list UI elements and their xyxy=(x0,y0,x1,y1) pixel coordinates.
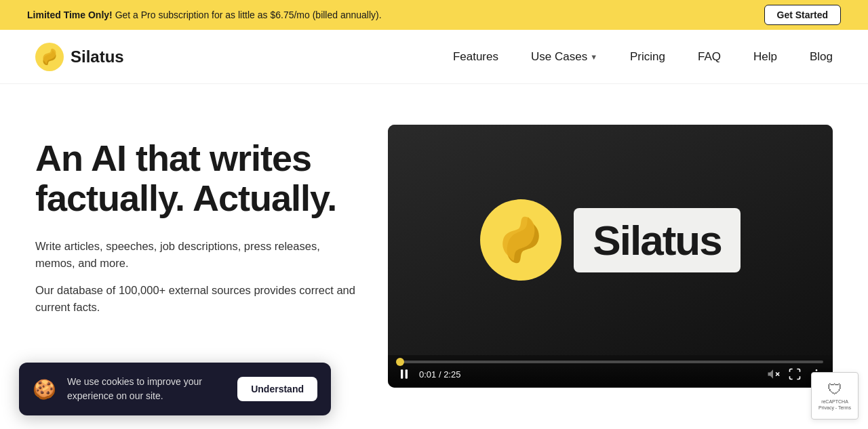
logo-wordmark: Silatus xyxy=(71,47,124,66)
banner-bold: Limited Time Only! xyxy=(27,9,113,20)
cookie-banner: 🍪 We use cookies to improve your experie… xyxy=(19,363,331,415)
nav-links: Features Use Cases ▼ Pricing FAQ Help Bl… xyxy=(453,50,833,64)
video-time-display: 0:01 / 2:25 xyxy=(419,369,460,380)
video-progress-bar[interactable] xyxy=(397,361,823,363)
video-wordmark-text: Silatus xyxy=(593,217,721,264)
recaptcha-icon: 🛡 xyxy=(827,381,842,399)
logo[interactable]: Silatus xyxy=(35,43,124,71)
hero-subtext-2: Our database of 100,000+ external source… xyxy=(35,282,361,316)
video-mute-button[interactable] xyxy=(766,367,780,381)
svg-point-6 xyxy=(816,369,818,371)
recaptcha-text: reCAPTCHAPrivacy - Terms xyxy=(818,399,851,411)
video-controls-bar: 0:01 / 2:25 xyxy=(388,355,833,388)
nav-link-help[interactable]: Help xyxy=(753,50,777,64)
mute-icon xyxy=(766,367,780,381)
cookie-icon: 🍪 xyxy=(33,378,56,401)
video-fullscreen-button[interactable] xyxy=(788,367,802,381)
cookie-text: We use cookies to improve your experienc… xyxy=(67,375,226,403)
use-cases-chevron-icon: ▼ xyxy=(590,53,597,61)
pause-icon xyxy=(397,367,411,381)
video-logo-container: Silatus xyxy=(480,199,740,281)
banner-text: Limited Time Only! Get a Pro subscriptio… xyxy=(27,9,382,20)
video-play-pause-button[interactable] xyxy=(397,367,411,381)
hero-subtext-1: Write articles, speeches, job descriptio… xyxy=(35,238,361,272)
nav-link-faq[interactable]: FAQ xyxy=(698,50,721,64)
recaptcha-badge: 🛡 reCAPTCHAPrivacy - Terms xyxy=(811,372,859,420)
video-logo-icon xyxy=(480,199,561,281)
fullscreen-icon xyxy=(788,367,802,381)
top-banner: Limited Time Only! Get a Pro subscriptio… xyxy=(0,0,868,30)
hero-section: An AI that writes factually. Actually. W… xyxy=(35,125,361,326)
logo-icon xyxy=(35,43,64,71)
nav-link-features[interactable]: Features xyxy=(453,50,498,64)
banner-message: Get a Pro subscription for as little as … xyxy=(113,9,382,20)
banner-get-started-button[interactable]: Get Started xyxy=(764,5,841,25)
understand-button[interactable]: Understand xyxy=(237,377,317,401)
svg-rect-2 xyxy=(401,369,403,378)
nav-link-blog[interactable]: Blog xyxy=(810,50,833,64)
video-wordmark-bg: Silatus xyxy=(574,208,740,272)
hero-headline: An AI that writes factually. Actually. xyxy=(35,138,361,219)
video-bottom-controls: 0:01 / 2:25 xyxy=(397,367,823,381)
video-player[interactable]: Silatus 0:01 / 2:25 xyxy=(388,125,833,388)
video-progress-thumb xyxy=(396,358,404,366)
video-preview: Silatus xyxy=(388,125,833,355)
nav-link-pricing[interactable]: Pricing xyxy=(630,50,665,64)
video-left-controls: 0:01 / 2:25 xyxy=(397,367,460,381)
svg-rect-3 xyxy=(406,369,408,378)
navbar: Silatus Features Use Cases ▼ Pricing FAQ… xyxy=(0,30,868,84)
nav-link-use-cases[interactable]: Use Cases ▼ xyxy=(531,50,597,64)
